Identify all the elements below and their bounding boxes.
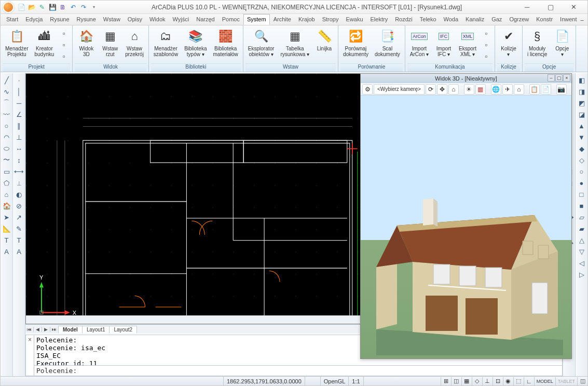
view3d-reset-icon[interactable]: ⌂: [448, 84, 459, 95]
l-icon[interactable]: ■: [577, 201, 586, 210]
layout-tab-model[interactable]: Model: [58, 326, 83, 333]
cmd-close-icon[interactable]: ×: [26, 335, 34, 376]
ribbon-tab-teleko[interactable]: Teleko: [416, 14, 440, 25]
qat-plot-icon[interactable]: ✎: [38, 3, 46, 11]
ellip-icon[interactable]: ⬭: [2, 144, 11, 153]
mdi-min-icon[interactable]: –: [581, 17, 584, 23]
meas-icon[interactable]: 📐: [2, 224, 11, 233]
line-icon[interactable]: ╱: [2, 75, 11, 85]
view3d-plane-icon[interactable]: ✈: [502, 84, 513, 95]
ribbon-btn-linijka[interactable]: 📏Linijka: [313, 26, 336, 63]
ribbon-btn-por-wnaj[interactable]: 🔁Porównajdokumenty: [340, 26, 371, 63]
curve-icon[interactable]: 〜: [2, 155, 11, 165]
q-icon[interactable]: ◁: [577, 258, 586, 268]
status-indicator-2[interactable]: ▦: [461, 377, 472, 385]
c-icon[interactable]: ◩: [577, 98, 586, 108]
layout-nav-first[interactable]: ⏮: [25, 327, 34, 332]
ribbon-tab-opisy[interactable]: Opisy: [124, 14, 146, 25]
layout-nav-next[interactable]: ▶: [42, 327, 50, 332]
rect-icon[interactable]: ▭: [2, 167, 11, 176]
layout-nav-prev[interactable]: ◀: [34, 327, 42, 332]
ribbon-tab-ewaku[interactable]: Ewaku: [342, 14, 366, 25]
d-icon[interactable]: ◪: [577, 110, 586, 119]
v-icon[interactable]: │: [15, 87, 24, 96]
ribbon-btn-opcje[interactable]: 📄Opcje▾: [551, 26, 573, 63]
o-icon[interactable]: △: [577, 235, 586, 245]
view3d-orbit-icon[interactable]: ⟳: [426, 84, 436, 95]
view3d-camera-select[interactable]: <Wybierz kamerę>: [374, 84, 425, 95]
ribbon-small-btn[interactable]: ▫: [481, 28, 491, 38]
status-indicator-6[interactable]: ◉: [503, 377, 513, 385]
ribbon-tab-pomoc[interactable]: Pomoc: [218, 14, 243, 25]
qat-undo-icon[interactable]: ↶: [69, 3, 77, 11]
ribbon-btn-import[interactable]: IFCImportIFC ▾: [432, 26, 455, 63]
ribbon-btn-wstaw[interactable]: ⌂Wstawprzekrój: [122, 26, 146, 63]
status-scale[interactable]: 1:1: [349, 377, 363, 385]
ribbon-btn-eksplorator[interactable]: 🔍Eksploratorobiektów ▾: [245, 26, 277, 63]
ribbon-small-btn[interactable]: ▫: [481, 51, 491, 62]
ribbon-btn-biblioteka[interactable]: 🧱Bibliotekamateriałów: [210, 26, 240, 63]
ang-icon[interactable]: ∠: [15, 110, 24, 119]
view3d-house-icon[interactable]: ⌂: [514, 84, 524, 95]
arc2-icon[interactable]: ◠: [2, 132, 11, 142]
view3d-pan-icon[interactable]: ✥: [437, 84, 447, 95]
f-icon[interactable]: ▼: [577, 132, 586, 142]
text-icon[interactable]: T: [2, 235, 11, 245]
ribbon-tab-archite[interactable]: Archite: [270, 14, 295, 25]
view3d-cam-icon[interactable]: 📷: [556, 84, 567, 95]
status-tablet[interactable]: TABLET: [555, 377, 577, 385]
close-button[interactable]: ✕: [562, 1, 585, 14]
ribbon-tab-start[interactable]: Start: [3, 14, 22, 25]
ribbon-tab-edycja[interactable]: Edycja: [22, 14, 46, 25]
view3d-clip-icon[interactable]: 📋: [529, 84, 540, 95]
ribbon-tab-woda[interactable]: Woda: [440, 14, 462, 25]
h-icon[interactable]: ─: [15, 98, 24, 108]
qat-save-icon[interactable]: 💾: [48, 3, 57, 11]
status-model[interactable]: MODEL: [534, 377, 555, 385]
layout-tab-layout1[interactable]: Layout1: [82, 326, 110, 333]
status-indicator-3[interactable]: ◇: [472, 377, 482, 385]
ribbon-tab-rysune[interactable]: Rysune: [73, 14, 100, 25]
ribbon-tab-gaz[interactable]: Gaz: [488, 14, 505, 25]
layout-nav-last[interactable]: ⏭: [50, 327, 59, 332]
ribbon-btn-import[interactable]: ArConImportArCon ▾: [407, 26, 431, 63]
b-icon[interactable]: ◨: [577, 87, 586, 96]
ribbon-btn-kreator[interactable]: 🏙Kreatorbudynku: [32, 26, 57, 63]
layout-tab-layout2[interactable]: Layout2: [109, 326, 137, 333]
minimize-button[interactable]: ─: [515, 1, 539, 14]
view3d-settings-icon[interactable]: ⚙: [362, 84, 373, 95]
ribbon-tab-ogrzew[interactable]: Ogrzew: [505, 14, 532, 25]
ribbon-tab-rysune[interactable]: Rysune: [46, 14, 73, 25]
qat-dropdown-icon[interactable]: ▾: [90, 3, 98, 11]
status-indicator-5[interactable]: ⊡: [493, 377, 503, 385]
a-icon[interactable]: ◧: [577, 75, 586, 85]
ribbon-tab-inwent[interactable]: Inwent: [556, 14, 580, 25]
ribbon-btn-tabelka[interactable]: ▦Tabelkarysunkowa ▾: [278, 26, 312, 63]
status-indicator-4[interactable]: ⊥: [482, 377, 493, 385]
ribbon-tab-konstr[interactable]: Konstr: [532, 14, 556, 25]
note-icon[interactable]: ✎: [15, 224, 24, 233]
ribbon-small-btn[interactable]: ▫: [59, 51, 69, 62]
ribbon-tab-widok[interactable]: Widok: [146, 14, 169, 25]
n-icon[interactable]: ▰: [577, 224, 586, 233]
ribbon-tab-narzęd[interactable]: Narzęd: [193, 14, 218, 25]
dim3-icon[interactable]: ⟷: [15, 167, 24, 176]
house-icon[interactable]: ⌂: [2, 190, 11, 199]
ribbon-tab-stropy[interactable]: Stropy: [319, 14, 343, 25]
ribbon-btn-modu-y[interactable]: §Modułyi licencje: [525, 26, 550, 63]
circ-icon[interactable]: ○: [2, 121, 11, 130]
A-icon[interactable]: A: [15, 247, 24, 256]
pline-icon[interactable]: ∿: [2, 87, 11, 96]
perp-icon[interactable]: ⊥: [15, 132, 24, 142]
p-icon[interactable]: ▽: [577, 247, 586, 256]
qat-open-icon[interactable]: 📂: [28, 3, 36, 11]
view3d-globe-icon[interactable]: 🌐: [491, 84, 501, 95]
ribbon-tab-wyjści[interactable]: Wyjści: [169, 14, 193, 25]
textA-icon[interactable]: A: [2, 247, 11, 256]
status-indicator-7[interactable]: ⬚: [513, 377, 524, 385]
rad-icon[interactable]: ◐: [15, 190, 24, 199]
h-icon[interactable]: ◇: [577, 155, 586, 165]
ribbon-small-btn[interactable]: ▫: [481, 39, 491, 50]
m-icon[interactable]: ▱: [577, 212, 586, 222]
ribbon-tab-wstaw[interactable]: Wstaw: [100, 14, 124, 25]
